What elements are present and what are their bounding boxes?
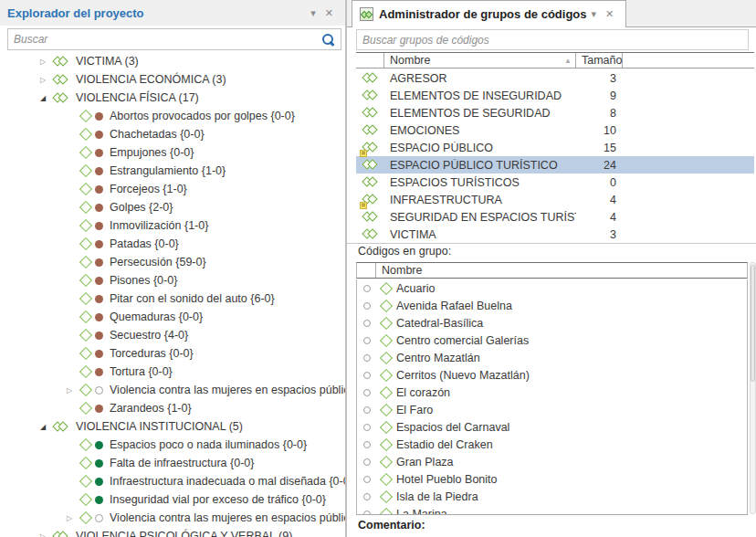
group-row[interactable]: ESPACIO PÚBLICO TURÍSTICO24 <box>356 156 754 174</box>
tree-code-row[interactable]: Infraestructura inadecuada o mal diseñad… <box>0 472 345 490</box>
code-group-icon <box>360 7 373 21</box>
panel-close-icon[interactable]: ✕ <box>320 7 338 19</box>
tree-code-row[interactable]: Inseguridad vial por exceso de tráfico {… <box>0 490 345 509</box>
activation-circle-icon[interactable] <box>363 389 371 396</box>
tree-code-row[interactable]: Zarandeos {1-0} <box>0 399 345 417</box>
memo-icon[interactable] <box>360 202 367 209</box>
activation-circle-icon[interactable] <box>363 424 371 431</box>
group-search-box[interactable] <box>356 29 749 50</box>
expand-arrow-icon[interactable]: ▷ <box>40 58 53 66</box>
tab-close-icon[interactable]: ✕ <box>601 8 618 20</box>
tree-code-row[interactable]: Falta de infraestructura {0-0} <box>0 454 345 472</box>
code-in-group-row[interactable]: El corazón <box>357 384 747 401</box>
code-in-group-row[interactable]: Cerritos (Nuevo Mazatlán) <box>357 366 747 384</box>
expand-arrow-icon[interactable]: ▷ <box>40 532 53 537</box>
icon-column-header[interactable] <box>356 53 384 68</box>
code-in-group-row[interactable]: Catedral-Basílica <box>357 314 747 332</box>
search-icon[interactable] <box>321 33 335 47</box>
tree-code-row[interactable]: ▷Violencia contra las mujeres en espacio… <box>0 509 345 527</box>
tree-item-label: Espacios poco o nada iluminados {0-0} <box>110 438 307 451</box>
tree-group-row[interactable]: ◢VIOLENCIA FÍSICA (17) <box>0 89 345 107</box>
memo-icon[interactable] <box>360 150 367 157</box>
tab-code-groups-manager[interactable]: Administrador de grupos de códigos ▾ ✕ <box>352 0 626 27</box>
activation-circle-icon[interactable] <box>363 406 371 414</box>
code-group-icon <box>362 90 379 100</box>
project-search-input[interactable] <box>14 33 321 46</box>
code-in-group-row[interactable]: Isla de la Piedra <box>357 488 747 505</box>
expand-arrow-icon[interactable]: ▷ <box>67 386 79 395</box>
code-in-group-row[interactable]: Estadio del Craken <box>357 436 747 453</box>
tree-group-row[interactable]: ▷VIOLENCIA PSICOLÓGICA Y VERBAL (9) <box>0 527 345 537</box>
tree-code-row[interactable]: Golpes {2-0} <box>0 198 345 216</box>
tree-code-row[interactable]: Pitar con el sonido del auto {6-0} <box>0 290 345 308</box>
code-in-group-row[interactable]: La Marina <box>357 505 747 514</box>
activation-circle-icon[interactable] <box>363 493 371 500</box>
activation-circle-icon[interactable] <box>363 320 371 327</box>
tree-code-row[interactable]: Tortura {0-0} <box>0 363 345 381</box>
group-row[interactable]: INFRAESTRUCTURA4 <box>356 191 754 208</box>
code-color-dot <box>95 295 103 303</box>
tree-code-row[interactable]: Empujones {0-0} <box>0 143 345 162</box>
code-color-dot <box>95 332 103 340</box>
activation-circle-icon[interactable] <box>363 476 371 483</box>
tree-group-row[interactable]: ◢VIOLENCIA INSTITUCIONAL (5) <box>0 417 345 436</box>
tree-group-row[interactable]: ▷VIOLENCIA ECONÓMICA (3) <box>0 70 345 89</box>
tree-code-row[interactable]: Espacios poco o nada iluminados {0-0} <box>0 436 345 454</box>
tree-group-row[interactable]: ▷VICTIMA (3) <box>0 52 345 70</box>
scrollbar-thumb[interactable] <box>751 265 755 382</box>
code-in-group-row[interactable]: Hotel Pueblo Bonito <box>357 470 747 488</box>
codes-scrollbar[interactable] <box>750 262 756 514</box>
tree-code-row[interactable]: Abortos provocados por golpes {0-0} <box>0 107 345 125</box>
group-search-input[interactable] <box>362 34 742 47</box>
code-in-group-row[interactable]: Acuario <box>357 279 747 297</box>
code-diamond-icon <box>79 511 92 524</box>
tree-code-row[interactable]: Chachetadas {0-0} <box>0 125 345 143</box>
activation-circle-icon[interactable] <box>363 458 371 466</box>
code-diamond-icon <box>79 274 92 287</box>
tree-code-row[interactable]: ▷Violencia contra las mujeres en espacio… <box>0 381 345 399</box>
tree-code-row[interactable]: Quemaduras {0-0} <box>0 308 345 326</box>
panel-collapse-icon[interactable]: ▾ <box>306 7 320 19</box>
sort-ascending-icon[interactable]: ▲ <box>564 57 572 65</box>
group-row[interactable]: ESPACIOS TURÍSTICOS0 <box>356 174 754 191</box>
group-row[interactable]: AGRESOR3 <box>356 69 754 87</box>
tree-code-row[interactable]: Torceduras {0-0} <box>0 344 345 363</box>
size-column-header[interactable]: Tamaño <box>576 53 623 68</box>
group-row[interactable]: EMOCIONES10 <box>356 121 754 139</box>
expand-arrow-icon[interactable]: ▷ <box>40 76 53 84</box>
tree-code-row[interactable]: Forcejeos {1-0} <box>0 180 345 198</box>
group-row[interactable]: ELEMENTOS DE SEGURIDAD8 <box>356 104 754 121</box>
group-icon-cell <box>356 142 384 153</box>
collapse-arrow-icon[interactable]: ◢ <box>40 423 53 431</box>
tree-code-row[interactable]: Inmovilización {1-0} <box>0 216 345 235</box>
tab-menu-icon[interactable]: ▾ <box>587 8 602 20</box>
activation-circle-icon[interactable] <box>363 354 371 362</box>
activation-circle-icon[interactable] <box>363 302 371 310</box>
activation-circle-icon[interactable] <box>363 285 371 292</box>
activation-circle-icon[interactable] <box>363 372 371 379</box>
code-in-group-row[interactable]: Espacios del Carnaval <box>357 418 747 436</box>
tree-code-row[interactable]: Pisones {0-0} <box>0 271 345 290</box>
tree-code-row[interactable]: Secuestro {4-0} <box>0 326 345 344</box>
name-column-header[interactable]: Nombre ▲ <box>384 53 576 68</box>
group-row[interactable]: ELEMENTOS DE INSEGURIDAD9 <box>356 87 754 104</box>
tree-code-row[interactable]: Patadas {0-0} <box>0 235 345 253</box>
group-row[interactable]: SEGURIDAD EN ESPACIOS TURÍSTICOS4 <box>356 208 754 226</box>
code-in-group-row[interactable]: Centro comercial Galerías <box>357 332 747 349</box>
expand-arrow-icon[interactable]: ▷ <box>67 514 79 522</box>
codes-icon-column-header[interactable] <box>357 263 376 278</box>
activation-cell <box>357 476 376 483</box>
collapse-arrow-icon[interactable]: ◢ <box>40 94 53 102</box>
project-search-box[interactable] <box>7 28 341 50</box>
code-in-group-row[interactable]: Avenida Rafael Buelna <box>357 297 747 314</box>
code-in-group-row[interactable]: El Faro <box>357 401 747 418</box>
tree-code-row[interactable]: Persecusión {59-0} <box>0 253 345 271</box>
group-row[interactable]: VICTIMA3 <box>356 226 754 243</box>
activation-circle-icon[interactable] <box>363 441 371 448</box>
codes-name-column-header[interactable]: Nombre <box>376 263 747 278</box>
activation-circle-icon[interactable] <box>363 337 371 344</box>
tree-code-row[interactable]: Estrangulamiento {1-0} <box>0 162 345 180</box>
group-row[interactable]: ESPACIO PÚBLICO15 <box>356 139 754 156</box>
code-in-group-row[interactable]: Gran Plaza <box>357 453 747 470</box>
code-in-group-row[interactable]: Centro Mazatlán <box>357 349 747 366</box>
